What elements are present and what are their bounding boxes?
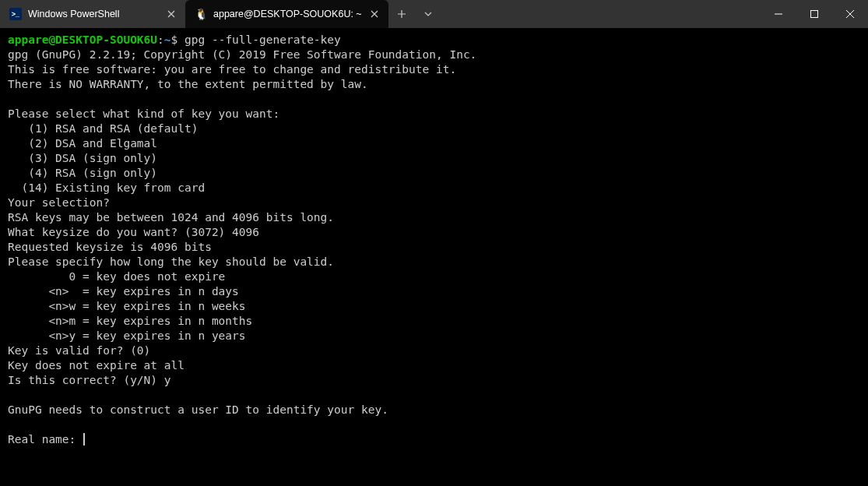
output-line: <n>m = key expires in n months	[8, 315, 252, 327]
output-line: Requested keysize is 4096 bits	[8, 241, 212, 253]
prompt-user: appare@DESKTOP-SOUOK6U	[8, 33, 157, 46]
cursor	[83, 433, 85, 446]
output-line: Key is valid for? (0)	[8, 344, 150, 357]
titlebar-drag-area[interactable]	[441, 0, 761, 28]
output-line: gpg (GnuPG) 2.2.19; Copyright (C) 2019 F…	[8, 48, 476, 61]
window-controls	[761, 0, 868, 28]
svg-rect-0	[811, 11, 818, 18]
close-tab-button[interactable]	[368, 8, 381, 20]
close-tab-button[interactable]	[165, 8, 177, 20]
tab-powershell[interactable]: >_ Windows PowerShell	[0, 0, 185, 28]
output-line: <n>w = key expires in n weeks	[8, 300, 246, 312]
output-line: This is free software: you are free to c…	[8, 63, 456, 76]
prompt-path: ~	[164, 33, 171, 46]
minimize-button[interactable]	[761, 0, 796, 28]
output-line: (4) RSA (sign only)	[8, 167, 157, 179]
output-line: (14) Existing key from card	[8, 181, 205, 194]
output-line: GnuPG needs to construct a user ID to id…	[8, 403, 388, 416]
input-prompt: Real name:	[8, 433, 83, 446]
output-line: <n>y = key expires in n years	[8, 329, 246, 342]
output-line: <n> = key expires in n days	[8, 285, 239, 298]
tab-label: appare@DESKTOP-SOUOK6U: ~	[213, 9, 362, 19]
terminal-output[interactable]: appare@DESKTOP-SOUOK6U:~$ gpg --full-gen…	[0, 28, 868, 486]
tab-strip: >_ Windows PowerShell 🐧 appare@DESKTOP-S…	[0, 0, 388, 28]
output-line: (1) RSA and RSA (default)	[8, 122, 198, 135]
output-line: Is this correct? (y/N) y	[8, 374, 171, 386]
output-line: Please select what kind of key you want:	[8, 107, 279, 120]
output-line: RSA keys may be between 1024 and 4096 bi…	[8, 211, 334, 224]
tab-dropdown-button[interactable]	[415, 0, 441, 28]
output-line: Your selection?	[8, 196, 110, 209]
powershell-icon: >_	[9, 8, 22, 20]
tab-label: Windows PowerShell	[28, 9, 159, 19]
output-line: (2) DSA and Elgamal	[8, 137, 157, 150]
output-line: Key does not expire at all	[8, 359, 184, 372]
output-line: What keysize do you want? (3072) 4096	[8, 226, 259, 238]
output-line: 0 = key does not expire	[8, 270, 225, 283]
output-line: There is NO WARRANTY, to the extent perm…	[8, 78, 368, 90]
maximize-button[interactable]	[796, 0, 832, 28]
close-window-button[interactable]	[832, 0, 868, 28]
new-tab-button[interactable]	[388, 0, 415, 28]
output-line: Please specify how long the key should b…	[8, 255, 334, 268]
prompt-separator: :	[157, 33, 164, 46]
command-text: gpg --full-generate-key	[184, 33, 341, 46]
prompt-dollar: $	[171, 33, 178, 46]
tab-wsl[interactable]: 🐧 appare@DESKTOP-SOUOK6U: ~	[185, 0, 388, 28]
output-line: (3) DSA (sign only)	[8, 152, 157, 164]
window-titlebar: >_ Windows PowerShell 🐧 appare@DESKTOP-S…	[0, 0, 868, 28]
tux-icon: 🐧	[195, 8, 207, 20]
